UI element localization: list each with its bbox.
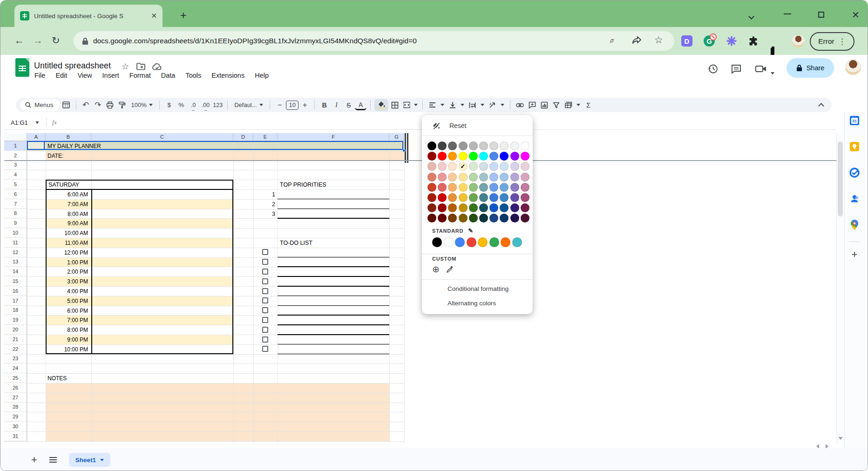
paint-format-icon[interactable]: [116, 99, 128, 111]
color-swatch[interactable]: [510, 214, 519, 222]
vertical-scrollbar-thumb[interactable]: [838, 141, 843, 216]
version-history-icon[interactable]: [707, 63, 719, 74]
move-folder-icon[interactable]: [136, 63, 145, 70]
color-swatch[interactable]: [448, 183, 457, 192]
color-swatch[interactable]: [489, 193, 498, 202]
decrease-font-size-button[interactable]: −: [274, 99, 285, 111]
color-swatch[interactable]: [479, 152, 488, 161]
row-header-6[interactable]: 6: [4, 189, 27, 199]
conditional-formatting-item[interactable]: Conditional formatting: [422, 282, 533, 296]
reload-icon[interactable]: ↻: [52, 35, 60, 46]
name-box[interactable]: A1:G1: [4, 119, 45, 126]
menu-edit[interactable]: Edit: [51, 70, 71, 81]
todo-checkbox[interactable]: [262, 327, 268, 333]
color-swatch[interactable]: [479, 183, 488, 192]
merge-dropdown-icon[interactable]: [414, 104, 418, 106]
meet-camera-icon[interactable]: [755, 63, 767, 74]
color-swatch[interactable]: [427, 162, 436, 171]
time-cell[interactable]: 9:00 PM: [46, 336, 88, 343]
borders-icon[interactable]: [389, 99, 400, 111]
close-button[interactable]: ✕: [852, 9, 860, 20]
color-swatch[interactable]: [469, 152, 478, 161]
time-cell[interactable]: 3:00 PM: [46, 278, 88, 285]
row-header-14[interactable]: 14: [4, 267, 27, 276]
column-header-D[interactable]: D: [233, 133, 253, 141]
color-swatch[interactable]: [448, 141, 457, 150]
color-swatch[interactable]: [438, 214, 447, 222]
standard-color-swatch[interactable]: [489, 237, 499, 247]
row-header-31[interactable]: 31: [4, 431, 27, 441]
color-swatch[interactable]: [459, 203, 468, 212]
share-page-icon[interactable]: [632, 36, 641, 44]
color-swatch[interactable]: [500, 214, 509, 222]
row-header-20[interactable]: 20: [4, 325, 27, 335]
time-cell[interactable]: 10:00 PM: [46, 346, 88, 353]
standard-color-swatch[interactable]: [512, 237, 522, 247]
merge-cells-icon[interactable]: [401, 99, 413, 111]
color-swatch[interactable]: [479, 141, 488, 150]
comments-icon[interactable]: [731, 63, 742, 74]
get-addons-icon[interactable]: +: [849, 249, 860, 260]
table-dropdown-icon[interactable]: [576, 104, 580, 106]
notes-label-cell[interactable]: NOTES: [47, 375, 67, 382]
color-swatch[interactable]: [448, 203, 457, 212]
row-header-29[interactable]: 29: [4, 412, 27, 422]
standard-color-swatch[interactable]: [501, 237, 510, 247]
tasks-icon[interactable]: [849, 167, 860, 178]
time-cell[interactable]: 9:00 AM: [46, 220, 88, 227]
contacts-icon[interactable]: [849, 193, 860, 204]
color-swatch[interactable]: [500, 141, 509, 150]
color-swatch[interactable]: [469, 214, 478, 222]
font-size-input[interactable]: 10: [286, 101, 298, 110]
time-cell[interactable]: 7:00 AM: [46, 201, 88, 208]
menu-view[interactable]: View: [73, 70, 96, 81]
color-swatch[interactable]: [427, 183, 436, 192]
meet-dropdown-icon[interactable]: [771, 68, 774, 76]
todo-checkbox[interactable]: [262, 288, 268, 294]
alternating-colors-item[interactable]: Alternating colors: [422, 296, 533, 310]
color-swatch[interactable]: [427, 203, 436, 212]
color-swatch[interactable]: [510, 193, 519, 202]
table-views-icon[interactable]: [563, 99, 574, 111]
color-swatch[interactable]: [521, 162, 529, 171]
row-header-11[interactable]: 11: [4, 238, 27, 248]
increase-decimals-button[interactable]: .00→: [200, 99, 211, 111]
menu-help[interactable]: Help: [251, 70, 273, 81]
window-menu-icon[interactable]: [749, 12, 753, 21]
color-swatch[interactable]: [479, 162, 488, 171]
color-swatch[interactable]: [459, 183, 468, 192]
priority-number-cell[interactable]: 3: [253, 211, 275, 217]
color-swatch[interactable]: [489, 141, 498, 150]
row-header-18[interactable]: 18: [4, 306, 27, 316]
bold-button[interactable]: B: [319, 99, 330, 111]
row-header-5[interactable]: 5: [4, 180, 27, 189]
row-header-13[interactable]: 13: [4, 257, 27, 267]
time-cell[interactable]: 8:00 AM: [46, 211, 88, 217]
color-swatch[interactable]: [448, 193, 457, 202]
sheet-view-icon[interactable]: [61, 99, 72, 111]
pinwheel-extension-icon[interactable]: [726, 35, 737, 47]
color-swatch[interactable]: [459, 141, 468, 150]
color-swatch[interactable]: [489, 173, 498, 182]
insert-comment-icon[interactable]: [526, 99, 538, 111]
color-swatch[interactable]: [500, 183, 509, 192]
time-cell[interactable]: 6:00 AM: [46, 191, 88, 198]
color-swatch[interactable]: [479, 203, 488, 212]
color-swatch[interactable]: [469, 203, 478, 212]
todo-checkbox[interactable]: [262, 336, 268, 343]
undo-icon[interactable]: ↶: [80, 99, 92, 111]
color-swatch[interactable]: [448, 214, 457, 222]
time-cell[interactable]: 2:00 PM: [46, 269, 88, 275]
row-header-23[interactable]: 23: [4, 354, 27, 364]
color-swatch[interactable]: [521, 214, 529, 222]
eyedropper-icon[interactable]: [446, 266, 454, 273]
decrease-decimals-button[interactable]: .0←: [188, 99, 199, 111]
standard-color-swatch[interactable]: [455, 237, 465, 247]
color-swatch[interactable]: [500, 173, 509, 182]
active-cell-a1[interactable]: [27, 141, 45, 150]
color-swatch[interactable]: [521, 152, 529, 161]
wrap-dropdown-icon[interactable]: [481, 104, 484, 106]
color-swatch[interactable]: [521, 141, 529, 150]
color-swatch[interactable]: [469, 162, 478, 171]
row-header-17[interactable]: 17: [4, 296, 27, 306]
